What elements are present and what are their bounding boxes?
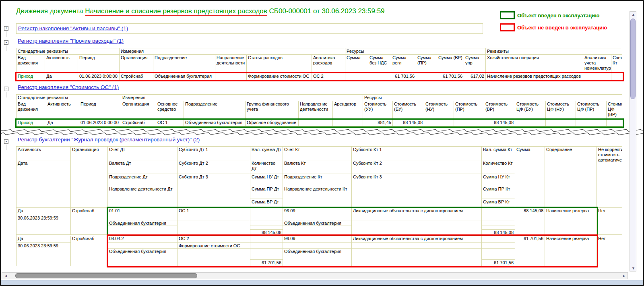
accounting-journal-table: АктивностьДатаОрганизацияСчет ДтВалюта Д… — [16, 146, 622, 266]
column-header: Счет Дт — [108, 147, 178, 160]
entry-column: Нет — [597, 236, 622, 266]
entry-column: 08.04.2Объединенная бухгалтерия — [108, 236, 178, 266]
entry-column: Нет — [597, 208, 622, 235]
page-title: Движения документа Начисление и списание… — [16, 7, 385, 15]
header-column: Сумма — [515, 147, 545, 208]
scroll-right-icon[interactable]: ► — [622, 274, 626, 278]
register-assets-section: Регистр накопления "Активы и пассивы" (1… — [16, 23, 483, 34]
cell — [108, 243, 178, 249]
column-header: Активность — [46, 101, 79, 120]
entry-column: 88 145,08 — [482, 208, 515, 235]
cell — [108, 215, 178, 220]
column-header-text: Дата — [18, 161, 69, 166]
cell: 30.06.2023 23:59:59 — [17, 215, 71, 235]
cell — [482, 215, 515, 220]
column-header: Стоимость (ПР) — [454, 101, 484, 120]
register-header-row: Вид движенияАктивностьПериодОрганизацияО… — [17, 101, 622, 120]
register-link-os-cost[interactable]: Регистр накопления "Стоимость ОС" (1) — [18, 84, 119, 90]
cell — [576, 120, 607, 126]
column-header-text: Субконто Дт 3 — [179, 174, 249, 180]
cell — [250, 208, 283, 215]
column-header: Аналитика учета номенклатуры — [583, 55, 611, 73]
cell — [250, 220, 283, 226]
cell — [250, 215, 283, 220]
column-header-text: Количество Дт — [252, 161, 281, 171]
scroll-up-icon[interactable]: ▲ — [632, 12, 635, 17]
cell: 88 145,08 — [484, 120, 515, 126]
column-header: Субконто Кт 1 — [352, 147, 482, 160]
cell: Формирование стоимости ОС — [178, 243, 250, 249]
horizontal-scrollbar-thumb[interactable] — [15, 273, 197, 278]
group-header-cell: Стандартные реквизиты — [17, 95, 121, 101]
register-link-other-expenses[interactable]: Регистр накопления "Прочие расходы" (1) — [18, 38, 124, 44]
group-header-cell: Реквизиты — [486, 48, 622, 55]
cell — [178, 249, 250, 266]
cell — [250, 254, 283, 260]
column-header: Аналитика расходов — [312, 55, 345, 73]
cell: 30.06.2023 23:59:59 — [17, 243, 71, 266]
cell: Стройснаб — [120, 73, 153, 80]
cell: 617,02 — [464, 73, 486, 80]
scroll-down-icon[interactable]: ▼ — [632, 266, 635, 271]
entry-column: Стройснаб — [71, 236, 108, 266]
column-header: Субконто Кт 2 — [352, 160, 482, 174]
column-header: Стоимость (УУ) — [363, 101, 393, 120]
column-header: Основное средство — [156, 101, 184, 120]
cell: 88 145,08 — [250, 230, 283, 235]
window-bottom-strip — [1, 280, 643, 286]
cell: Объединенная бухгалтерия — [283, 220, 352, 226]
column-header: Стоимость (НУ) — [424, 101, 454, 120]
cell — [215, 73, 247, 80]
column-header: Субконто Дт 1 — [178, 147, 250, 160]
legend-not-in-service-label: Объект не введен в эксплуатацию — [517, 25, 607, 31]
minus-expander-icon[interactable]: - — [4, 139, 8, 144]
column-header: Сумма НУ Дт — [250, 174, 283, 186]
cell — [424, 120, 454, 126]
column-header-text: Сумма ВР Кт — [483, 199, 514, 205]
column-header: Стоимость (БУ) — [393, 101, 424, 120]
tree-line — [6, 31, 6, 37]
cell: 61 701,56 — [391, 73, 416, 80]
cell — [250, 226, 283, 230]
column-header: Субконто Кт 3 — [352, 174, 482, 208]
minus-expander-icon[interactable]: - — [4, 87, 8, 91]
cell: 01.06.2023 0:00:00 — [79, 120, 121, 126]
group-header-cell: Ресурсы — [345, 48, 486, 55]
column-header: Сумма упр — [464, 55, 486, 73]
cell: Стройснаб — [71, 236, 108, 266]
journal-header-row: АктивностьДатаОрганизацияСчет ДтВалюта Д… — [17, 147, 622, 208]
column-header: Направление деятельности — [299, 101, 333, 120]
column-header: Сумма — [345, 55, 368, 73]
column-header: Субконто Дт 3 — [178, 174, 250, 208]
minus-expander-icon[interactable]: - — [4, 40, 8, 45]
entry-column: Да30.06.2023 23:59:59 — [17, 236, 71, 266]
column-header: Стоимость ЦФ (БУ) — [515, 101, 546, 120]
column-header: Направление деятельности Кт — [283, 186, 352, 208]
scroll-left-icon[interactable]: ◄ — [4, 274, 8, 278]
register-link-assets[interactable]: Регистр накопления "Активы и пассивы" (1… — [18, 25, 128, 31]
cell: 88 145,08 — [482, 230, 515, 235]
column-header: Хозяйственная операция — [486, 55, 583, 73]
plus-expander-icon[interactable]: + — [4, 26, 8, 31]
cell: 881,45 — [363, 120, 393, 126]
torn-edge-line — [1, 133, 643, 135]
cell: Формирование стоимости ОС — [247, 73, 312, 80]
column-header-text: Организация — [72, 147, 106, 152]
document-name-underlined: Начисление и списание резервов предстоящ… — [85, 7, 267, 16]
header-column: Счет КтВалюта КтПодразделение КтНаправле… — [283, 147, 352, 208]
cell: ОС 1 — [178, 208, 250, 215]
entry-column: Начисление резерва — [545, 208, 597, 235]
header-column: Вал. сумма КтКоличество КтСумма НУ КтСум… — [482, 147, 515, 208]
column-header: Количество Дт — [250, 160, 283, 174]
cell: 01.01 — [108, 208, 178, 215]
column-header: Стоимость ЦФ (ВР) — [607, 101, 622, 120]
column-header: Направление деятельности — [215, 55, 247, 73]
group-header-cell: Измерения — [120, 48, 345, 55]
vertical-scrollbar-thumb[interactable] — [630, 19, 636, 99]
cell: Приход — [17, 120, 46, 126]
column-header: Организация — [121, 101, 156, 120]
group-header-cell: Стандартные реквизиты — [17, 48, 120, 55]
register-link-journal[interactable]: Регистр бухгалтерии "Журнал проводок (ре… — [18, 137, 200, 143]
cell: Да — [17, 208, 71, 215]
entry-column: 88 145,08 — [250, 208, 283, 235]
